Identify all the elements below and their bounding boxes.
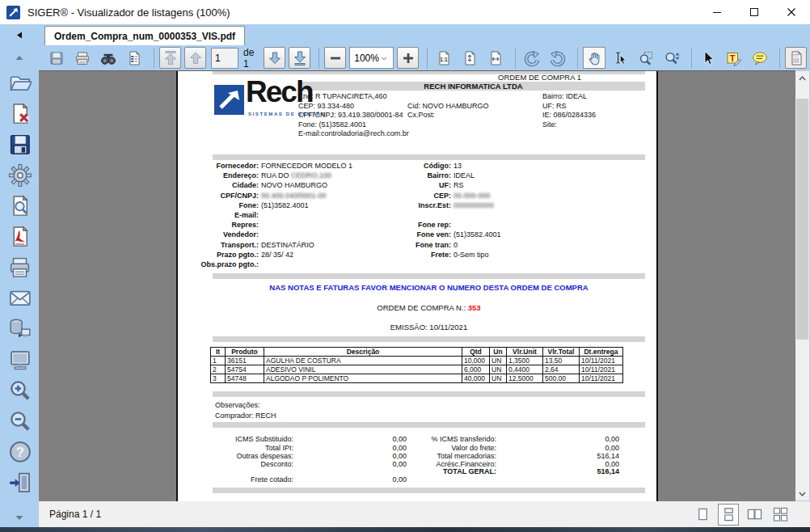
scroll-up-button[interactable] (795, 71, 809, 85)
doc-section-bar (213, 154, 645, 160)
zoom-select[interactable]: 100% (349, 47, 394, 69)
layout-single-page[interactable] (692, 504, 713, 526)
supplier-field-label: CPF/CNPJ: (178, 192, 259, 200)
svg-text:T: T (730, 53, 736, 62)
hand-icon (586, 50, 602, 66)
total-value: 0,00 (326, 475, 407, 483)
sidebar-export-pdf[interactable] (0, 221, 39, 251)
layout-facing-pages[interactable] (744, 504, 765, 526)
vertical-scrollbar[interactable] (795, 71, 809, 500)
sidebar-settings[interactable] (0, 159, 39, 190)
svg-text:1:1: 1:1 (440, 56, 448, 61)
select-text-button[interactable] (609, 47, 631, 69)
pointer-icon (700, 50, 716, 66)
scroll-down-button[interactable] (795, 487, 809, 500)
supplier-field-label: Fone ven: (370, 230, 451, 239)
svg-text:?: ? (15, 444, 23, 459)
rotate-left-button[interactable] (521, 47, 543, 69)
print-button[interactable] (71, 47, 94, 69)
supplier-field-label: UF: (370, 181, 451, 189)
pdf-page[interactable]: ORDEM DE COMPRA 1 RECH INFORMATICA LTDA … (176, 71, 658, 501)
rotate-right-button[interactable] (546, 47, 569, 69)
items-table-header: Vlr.Unit (507, 348, 543, 357)
email-icon (8, 286, 32, 310)
items-table-cell: 40,000 (462, 374, 490, 383)
zoom-dynamic-button[interactable] (660, 47, 683, 69)
items-table-cell: 500,00 (543, 374, 580, 383)
sidebar-preview[interactable] (0, 190, 39, 221)
sidebar-close-document[interactable] (0, 98, 39, 129)
minimize-button[interactable] (698, 0, 736, 24)
pointer-tool-button[interactable] (697, 47, 719, 69)
supplier-field-value: 00.000-000 (454, 192, 491, 200)
close-button[interactable] (773, 0, 810, 24)
fit-page-button[interactable] (458, 47, 481, 69)
maximize-button[interactable] (736, 0, 773, 24)
last-page-button[interactable] (289, 47, 310, 69)
scrollbar-thumb[interactable] (796, 99, 808, 340)
facing-pages-icon (747, 507, 762, 522)
doc-order-number-line: ORDEM DE COMPRA N.: 353 (213, 303, 645, 312)
document-tab[interactable]: Ordem_Compra_num_0000353_VIS.pdf (44, 26, 245, 45)
sidebar-help[interactable]: ? (0, 436, 39, 467)
prev-page-button[interactable] (184, 47, 206, 69)
doc-company-name: RECH INFORMATICA LTDA (302, 82, 645, 91)
triangle-left-icon (16, 32, 23, 39)
zoom-marquee-icon (638, 50, 654, 66)
sidebar-scroll-down-button[interactable] (15, 509, 23, 524)
find-button[interactable] (97, 47, 120, 69)
items-table-cell: 0,4400 (507, 365, 543, 374)
total-label: TOTAL GERAL: (383, 467, 496, 475)
sidebar-zoom-out[interactable] (0, 405, 39, 436)
next-page-button[interactable] (264, 47, 285, 69)
app-logo-icon (6, 6, 20, 19)
first-page-button[interactable] (159, 47, 181, 69)
note-button[interactable] (749, 47, 771, 69)
doc-order-title: ORDEM DE COMPRA 1 (498, 74, 581, 82)
hand-tool-button[interactable] (583, 47, 605, 69)
supplier-field-label: Fone tran: (370, 241, 451, 249)
sidebar-exit[interactable] (0, 467, 39, 497)
items-table-cell: 2,64 (543, 365, 580, 374)
zoom-in-button[interactable] (397, 47, 419, 69)
supplier-field-value: 0 (454, 241, 458, 249)
sidebar-export-data[interactable] (0, 313, 39, 344)
items-table-cell: AGULHA DE COSTURA (264, 357, 462, 365)
sidebar-open-file[interactable] (0, 67, 39, 98)
save-button[interactable] (45, 47, 68, 69)
supplier-field-label: Vendedor: (178, 230, 259, 239)
title-bar: SIGER® - Visualizador de listagens (100%… (0, 0, 810, 24)
page-number-input[interactable] (211, 48, 238, 69)
fit-width-button[interactable] (484, 47, 507, 69)
sidebar-save[interactable] (0, 129, 39, 159)
toolbar-separator (154, 48, 154, 69)
zoom-out-button[interactable] (324, 47, 346, 69)
actual-size-button[interactable]: 1:1 (432, 47, 455, 69)
text-annotation-button[interactable]: T (723, 47, 745, 69)
sidebar-send-email[interactable] (0, 282, 39, 313)
items-table-header: It (211, 348, 226, 357)
items-table-header: Qtd (462, 348, 490, 357)
sidebar-scroll-up-button[interactable] (15, 49, 23, 64)
company-info-line: Site: (542, 120, 557, 129)
items-table-cell: 10/11/2021 (580, 365, 623, 374)
help-icon: ? (8, 440, 32, 463)
supplier-field-value: NOVO HAMBURGO (261, 181, 327, 189)
sidebar-view-screen[interactable] (0, 344, 39, 374)
supplier-field-value: IDEAL (454, 171, 475, 179)
sidebar-print[interactable] (0, 251, 39, 282)
zoom-value: 100% (354, 53, 379, 64)
properties-button[interactable] (785, 47, 807, 69)
zoom-marquee-button[interactable] (635, 47, 657, 69)
doc-section-bar (213, 336, 645, 342)
select-text-icon (612, 50, 628, 66)
layout-continuous[interactable] (718, 504, 739, 526)
layout-continuous-facing[interactable] (770, 504, 791, 526)
sidebar-collapse-button[interactable] (16, 27, 23, 42)
rotate-right-icon (550, 50, 566, 66)
report-button[interactable] (123, 47, 146, 69)
toolbar-separator (691, 48, 692, 69)
sidebar-zoom-in[interactable] (0, 374, 39, 405)
doc-observations-label: Observações: (215, 401, 260, 409)
supplier-field-label: Repres: (178, 221, 259, 229)
